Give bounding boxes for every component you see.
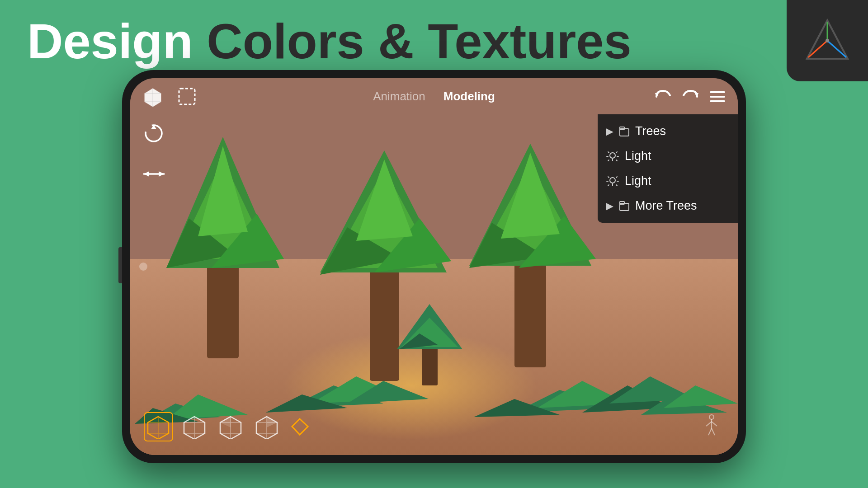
nav-tabs: Animation Modeling — [373, 89, 495, 103]
character-icon — [699, 413, 724, 441]
svg-rect-44 — [179, 89, 195, 104]
bottom-toolbar — [144, 412, 311, 441]
hierarchy-item-light2[interactable]: Light — [598, 169, 738, 193]
nav-left-tools — [139, 83, 200, 110]
svg-line-67 — [708, 428, 712, 435]
tool-cube3-button[interactable] — [216, 412, 245, 441]
svg-marker-54 — [144, 171, 149, 177]
tool-cube2-button[interactable] — [180, 412, 209, 441]
tab-animation[interactable]: Animation — [373, 89, 425, 103]
hierarchy-item-more-trees-label: More Trees — [635, 199, 697, 213]
tool-cube1-button[interactable] — [144, 412, 173, 441]
hierarchy-item-light2-label: Light — [625, 174, 651, 188]
svg-point-4 — [826, 39, 829, 42]
left-tools-panel — [139, 119, 169, 189]
selection-tool-button[interactable] — [173, 83, 200, 110]
phone-mockup: Animation Modeling — [122, 70, 746, 463]
undo-button[interactable] — [652, 85, 675, 108]
more-trees-expand-icon: ▶ — [606, 200, 613, 212]
menu-button[interactable] — [706, 85, 729, 108]
move-tool-button[interactable] — [139, 160, 169, 189]
hierarchy-item-trees[interactable]: ▶ Trees — [598, 119, 738, 144]
tool-diamond-button[interactable] — [288, 416, 311, 438]
trees-group-icon — [619, 126, 630, 137]
light2-icon — [606, 174, 619, 188]
top-nav: Animation Modeling — [130, 78, 738, 114]
svg-point-57 — [610, 153, 615, 158]
svg-point-63 — [709, 415, 714, 419]
redo-button[interactable] — [679, 85, 702, 108]
svg-line-68 — [712, 428, 715, 435]
trees-expand-icon: ▶ — [606, 126, 613, 137]
svg-rect-20 — [514, 254, 546, 367]
hierarchy-item-more-trees[interactable]: ▶ More Trees — [598, 193, 738, 218]
svg-marker-62 — [292, 419, 308, 435]
hierarchy-item-trees-label: Trees — [635, 124, 666, 138]
tool-cube4-button[interactable] — [252, 412, 282, 441]
more-trees-group-icon — [619, 201, 630, 211]
hierarchy-item-light1-label: Light — [625, 149, 651, 163]
light1-icon — [606, 150, 619, 163]
title-rest: Colors & Textures — [207, 13, 631, 69]
app-logo — [787, 0, 868, 81]
svg-rect-8 — [207, 259, 239, 358]
phone-screen: Animation Modeling — [130, 78, 738, 455]
svg-line-66 — [712, 422, 717, 426]
hierarchy-panel: ▶ Trees Light — [598, 114, 738, 223]
hierarchy-item-light1[interactable]: Light — [598, 144, 738, 169]
svg-marker-61 — [267, 417, 277, 427]
tab-modeling[interactable]: Modeling — [443, 89, 495, 103]
svg-marker-53 — [159, 171, 164, 177]
title-design: Design — [27, 13, 207, 69]
phone-side-button — [118, 247, 122, 283]
svg-point-58 — [610, 178, 615, 183]
cube-view-button[interactable] — [139, 83, 166, 110]
svg-rect-14 — [370, 263, 399, 381]
rotate-tool-button[interactable] — [139, 119, 169, 148]
page-title: Design Colors & Textures — [27, 14, 632, 68]
svg-line-65 — [706, 422, 712, 426]
camera-indicator — [139, 263, 147, 271]
nav-right-actions — [652, 85, 729, 108]
